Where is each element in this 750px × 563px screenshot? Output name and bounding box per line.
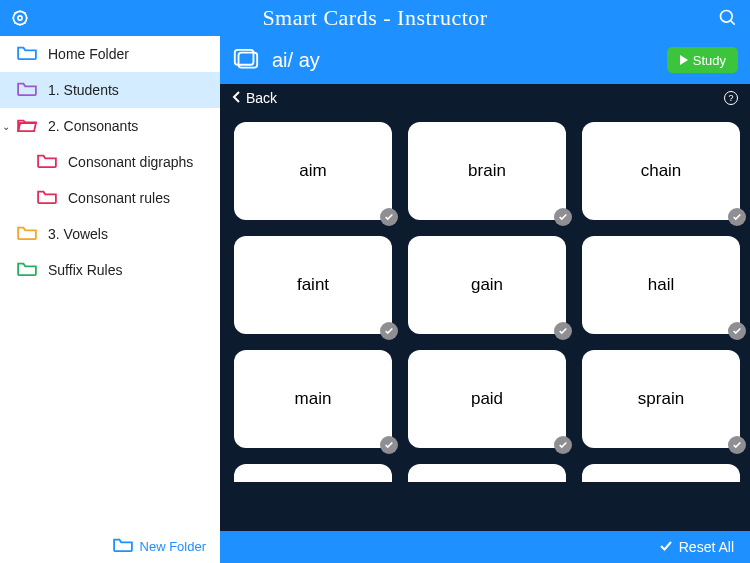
sidebar-item-label: Home Folder bbox=[48, 46, 129, 62]
new-folder-label: New Folder bbox=[140, 539, 206, 554]
folder-icon bbox=[16, 225, 38, 244]
folder-icon bbox=[16, 45, 38, 64]
back-bar: Back ? bbox=[220, 84, 750, 112]
sidebar-item-1[interactable]: 1. Students bbox=[0, 72, 220, 108]
flash-card[interactable]: chain bbox=[582, 122, 740, 220]
flash-card[interactable]: brain bbox=[408, 122, 566, 220]
folder-icon bbox=[36, 153, 58, 172]
flash-card[interactable]: faint bbox=[234, 236, 392, 334]
new-folder-icon bbox=[112, 537, 134, 556]
card-word: hail bbox=[648, 275, 674, 295]
cards-area: aimbrainchainfaintgainhailmainpaidsprain bbox=[220, 112, 750, 531]
chevron-left-icon[interactable] bbox=[232, 90, 242, 106]
main-panel: ai/ ay Study Back ? aimbrainchainfaintga… bbox=[220, 36, 750, 563]
sidebar: Home Folder1. Students⌄2. ConsonantsCons… bbox=[0, 36, 220, 563]
flash-card[interactable]: gain bbox=[408, 236, 566, 334]
deck-header: ai/ ay Study bbox=[220, 36, 750, 84]
card-selected-badge bbox=[554, 322, 572, 340]
card-word: chain bbox=[641, 161, 682, 181]
card-selected-badge bbox=[554, 436, 572, 454]
folder-icon bbox=[16, 261, 38, 280]
card-word: paid bbox=[471, 389, 503, 409]
sidebar-item-label: Consonant rules bbox=[68, 190, 170, 206]
flash-card-peek bbox=[234, 464, 392, 482]
reset-label: Reset All bbox=[679, 539, 734, 555]
new-folder-button[interactable]: New Folder bbox=[0, 529, 220, 563]
card-selected-badge bbox=[728, 436, 746, 454]
deck-title: ai/ ay bbox=[272, 49, 320, 72]
card-selected-badge bbox=[728, 208, 746, 226]
svg-line-3 bbox=[731, 21, 735, 25]
search-icon[interactable] bbox=[718, 8, 738, 28]
flash-card-peek bbox=[408, 464, 566, 482]
card-selected-badge bbox=[554, 208, 572, 226]
card-word: aim bbox=[299, 161, 326, 181]
card-selected-badge bbox=[380, 436, 398, 454]
flash-card[interactable]: main bbox=[234, 350, 392, 448]
sidebar-item-4[interactable]: Consonant rules bbox=[0, 180, 220, 216]
flash-card[interactable]: hail bbox=[582, 236, 740, 334]
card-selected-badge bbox=[380, 322, 398, 340]
check-icon bbox=[659, 539, 673, 556]
study-label: Study bbox=[693, 53, 726, 68]
svg-point-0 bbox=[13, 11, 26, 24]
folder-icon bbox=[16, 81, 38, 100]
sidebar-item-label: 1. Students bbox=[48, 82, 119, 98]
card-word: faint bbox=[297, 275, 329, 295]
sidebar-item-3[interactable]: Consonant digraphs bbox=[0, 144, 220, 180]
flash-card-peek bbox=[582, 464, 740, 482]
card-word: main bbox=[295, 389, 332, 409]
sidebar-item-2[interactable]: ⌄2. Consonants bbox=[0, 108, 220, 144]
play-icon bbox=[679, 53, 689, 68]
card-selected-badge bbox=[380, 208, 398, 226]
sidebar-item-0[interactable]: Home Folder bbox=[0, 36, 220, 72]
card-word: brain bbox=[468, 161, 506, 181]
svg-point-2 bbox=[721, 11, 733, 23]
sidebar-item-6[interactable]: Suffix Rules bbox=[0, 252, 220, 288]
sidebar-item-label: Suffix Rules bbox=[48, 262, 122, 278]
card-selected-badge bbox=[728, 322, 746, 340]
back-label[interactable]: Back bbox=[246, 90, 277, 106]
svg-point-1 bbox=[18, 16, 22, 20]
folder-icon bbox=[36, 189, 58, 208]
sidebar-item-5[interactable]: 3. Vowels bbox=[0, 216, 220, 252]
settings-icon[interactable] bbox=[10, 8, 30, 28]
cards-icon bbox=[232, 48, 260, 72]
card-word: sprain bbox=[638, 389, 684, 409]
flash-card[interactable]: sprain bbox=[582, 350, 740, 448]
chevron-down-icon: ⌄ bbox=[2, 121, 10, 132]
sidebar-item-label: Consonant digraphs bbox=[68, 154, 193, 170]
card-word: gain bbox=[471, 275, 503, 295]
app-titlebar: Smart Cards - Instructor bbox=[0, 0, 750, 36]
sidebar-item-label: 3. Vowels bbox=[48, 226, 108, 242]
help-icon[interactable]: ? bbox=[724, 91, 738, 105]
sidebar-item-label: 2. Consonants bbox=[48, 118, 138, 134]
app-title: Smart Cards - Instructor bbox=[262, 5, 487, 31]
flash-card[interactable]: aim bbox=[234, 122, 392, 220]
reset-all-button[interactable]: Reset All bbox=[220, 531, 750, 563]
folder-icon bbox=[16, 117, 38, 136]
flash-card[interactable]: paid bbox=[408, 350, 566, 448]
study-button[interactable]: Study bbox=[667, 47, 738, 73]
